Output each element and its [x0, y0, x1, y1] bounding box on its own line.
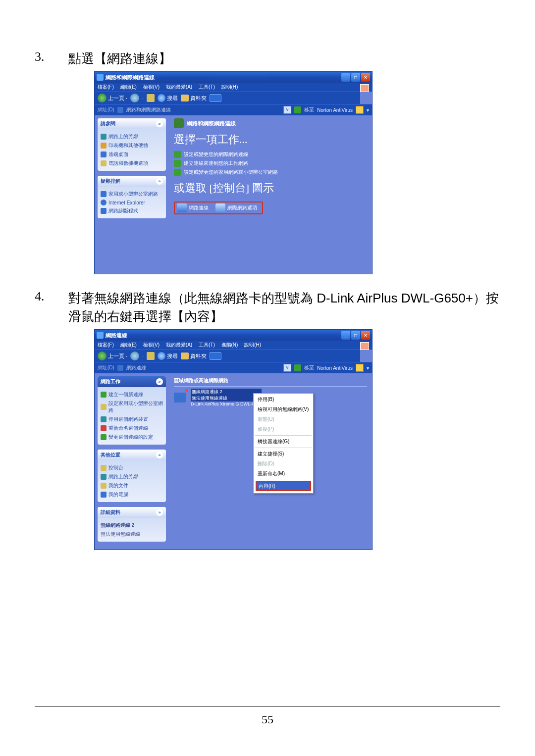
sidebar-item[interactable]: 建立一個新連線	[101, 390, 163, 399]
chevron-icon[interactable]: »	[156, 452, 163, 458]
ctx-status: 狀態(U)	[254, 414, 313, 424]
address-dropdown[interactable]: v	[283, 364, 291, 372]
sidebar-item[interactable]: 我的文件	[101, 481, 163, 490]
cpl-internet-options[interactable]: 網際網路選項	[215, 203, 257, 212]
ctx-rename[interactable]: 重新命名(M)	[254, 469, 313, 479]
task-link[interactable]: 設定或變更您的家用網路或小型辦公室網路	[174, 168, 367, 177]
sidebar-item[interactable]: 設定家用或小型辦公室網路	[101, 399, 163, 415]
menu-file[interactable]: 檔案(F)	[98, 342, 114, 348]
go-label[interactable]: 移至	[304, 106, 314, 113]
sidebar-item[interactable]: 網路診斷程式	[101, 206, 163, 215]
norton-label[interactable]: Norton AntiVirus	[317, 107, 353, 113]
page-number: 55	[0, 713, 535, 726]
ctx-disable[interactable]: 停用(B)	[254, 395, 313, 404]
sidebar-item[interactable]: 電話和數據機選項	[101, 159, 163, 168]
window-network-internet: 網路和網際網路連線 _ □ × 檔案(F) 編輯(E) 檢視(V) 我的最愛(A…	[94, 71, 373, 274]
toolbar: 上一頁 · · 搜尋 資料夾	[95, 92, 360, 104]
maximize-button[interactable]: □	[351, 331, 360, 340]
sidebar-item[interactable]: 變更這個連線的設定	[101, 433, 163, 442]
menu-help[interactable]: 說明(H)	[244, 342, 261, 348]
window-network-connections: 網路連線 _ □ × 檔案(F) 編輯(E) 檢視(V) 我的最愛(A) 工具(…	[94, 329, 373, 550]
ctx-delete: 刪除(D)	[254, 459, 313, 469]
menu-help[interactable]: 說明(H)	[221, 84, 238, 90]
minimize-button[interactable]: _	[341, 331, 350, 340]
pick-cpl-heading: 或選取 [控制台] 圖示	[174, 181, 367, 196]
app-icon	[97, 74, 104, 81]
maximize-button[interactable]: □	[351, 73, 360, 82]
toolbar: 上一頁 · · 搜尋 資料夾	[95, 350, 360, 362]
folders-button[interactable]: 資料夾	[181, 95, 207, 102]
address-path[interactable]: 網路和網際網路連線	[126, 106, 280, 113]
details-line: 無法使用無線連線	[101, 530, 163, 539]
ctx-properties[interactable]: 內容(R)	[256, 481, 311, 491]
sidebar-panel-troubleshoot: 疑難排解» 家用或小型辦公室網路 Internet Explorer 網路診斷程…	[98, 176, 166, 218]
sidebar-item[interactable]: 控制台	[101, 463, 163, 472]
sidebar-item[interactable]: 重新命名這個連線	[101, 424, 163, 433]
sidebar-item[interactable]: 我的電腦	[101, 490, 163, 499]
menu-advanced[interactable]: 進階(N)	[221, 342, 238, 348]
up-button[interactable]	[147, 352, 155, 360]
folder-icon	[181, 95, 189, 101]
sidebar-item[interactable]: 停用這個網路裝置	[101, 415, 163, 424]
up-button[interactable]	[147, 94, 155, 102]
page-footer-rule	[35, 706, 500, 706]
address-dropdown[interactable]: v	[283, 106, 291, 114]
menu-file[interactable]: 檔案(F)	[98, 84, 114, 90]
sidebar-item[interactable]: 網路上的芳鄰	[101, 132, 163, 141]
menu-view[interactable]: 檢視(V)	[143, 342, 160, 348]
minimize-button[interactable]: _	[341, 73, 350, 82]
norton-label[interactable]: Norton AntiVirus	[317, 365, 353, 371]
search-button[interactable]: 搜尋	[158, 94, 178, 102]
search-icon	[158, 352, 165, 360]
addressbar: 網址(D) 網路和網際網路連線 v 移至 Norton AntiVirus ▾	[95, 104, 372, 115]
back-button[interactable]: 上一頁 ·	[98, 94, 127, 102]
close-button[interactable]: ×	[361, 73, 370, 82]
highlighted-options: 網路連線 網際網路選項	[174, 202, 263, 214]
ctx-bridge[interactable]: 橋接器連線(G)	[254, 437, 313, 447]
sidebar-item[interactable]: Internet Explorer	[101, 199, 163, 206]
ctx-create-shortcut[interactable]: 建立捷徑(S)	[254, 449, 313, 459]
menu-edit[interactable]: 編輯(E)	[120, 342, 137, 348]
window-title: 網路連線	[106, 332, 127, 339]
chevron-icon[interactable]: »	[156, 178, 163, 185]
views-button[interactable]	[210, 352, 221, 360]
folder-icon	[181, 353, 189, 359]
task-link[interactable]: 建立連線來連到您的工作網路	[174, 159, 367, 168]
close-button[interactable]: ×	[361, 331, 370, 340]
go-icon	[294, 106, 301, 113]
cpl-network-connections[interactable]: 網路連線	[177, 203, 209, 212]
views-button[interactable]	[210, 94, 221, 102]
address-path[interactable]: 網路連線	[126, 364, 280, 371]
chevron-icon[interactable]: »	[156, 509, 163, 516]
panel-title: 詳細資料	[101, 509, 120, 516]
menu-favorites[interactable]: 我的最愛(A)	[166, 84, 192, 90]
back-button[interactable]: 上一頁 ·	[98, 352, 127, 360]
sidebar-item[interactable]: 家用或小型辦公室網路	[101, 190, 163, 199]
step3-number: 3.	[35, 50, 68, 67]
folders-button[interactable]: 資料夾	[181, 353, 207, 360]
wireless-connection-icon: ×	[174, 389, 188, 403]
menu-tools[interactable]: 工具(T)	[199, 84, 215, 90]
sidebar-item[interactable]: 遠端桌面	[101, 150, 163, 159]
category-icon	[174, 118, 184, 128]
chevron-icon[interactable]: »	[156, 378, 163, 385]
menu-view[interactable]: 檢視(V)	[143, 84, 160, 90]
menu-edit[interactable]: 編輯(E)	[120, 84, 137, 90]
separator	[255, 435, 312, 436]
search-button[interactable]: 搜尋	[158, 352, 178, 360]
context-menu: 停用(B) 檢視可用的無線網路(V) 狀態(U) 修復(P) 橋接器連線(G) …	[253, 393, 314, 494]
task-link[interactable]: 設定或變更您的網際網路連線	[174, 150, 367, 159]
rename-icon	[101, 425, 107, 431]
menu-favorites[interactable]: 我的最愛(A)	[166, 342, 192, 348]
menubar: 檔案(F) 編輯(E) 檢視(V) 我的最愛(A) 工具(T) 進階(N) 說明…	[95, 341, 372, 350]
forward-button[interactable]	[130, 94, 139, 102]
sidebar-item[interactable]: 印表機和其他硬體	[101, 141, 163, 150]
menu-tools[interactable]: 工具(T)	[199, 342, 215, 348]
go-label[interactable]: 移至	[304, 364, 314, 371]
address-icon	[117, 365, 123, 371]
ctx-view-wireless[interactable]: 檢視可用的無線網路(V)	[254, 404, 313, 414]
chevron-icon[interactable]: »	[156, 120, 163, 127]
sidebar-item[interactable]: 網路上的芳鄰	[101, 472, 163, 481]
forward-button[interactable]	[130, 352, 139, 360]
panel-title: 請參閱	[101, 120, 115, 127]
